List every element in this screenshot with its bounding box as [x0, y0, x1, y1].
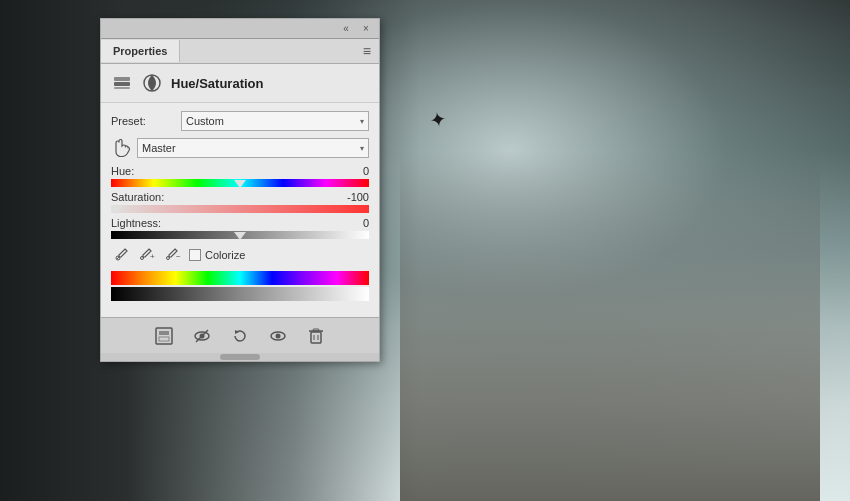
preset-select[interactable]: Custom ▾ — [181, 111, 369, 131]
svg-rect-12 — [159, 337, 169, 341]
preset-arrow: ▾ — [360, 117, 364, 126]
svg-rect-10 — [156, 328, 172, 344]
hue-track[interactable] — [111, 179, 369, 187]
title-bar: « × — [101, 19, 379, 39]
hue-thumb[interactable] — [233, 176, 247, 190]
svg-line-5 — [117, 257, 119, 259]
visibility-button[interactable] — [190, 324, 214, 348]
tab-properties[interactable]: Properties — [101, 40, 180, 62]
title-bar-controls: « × — [339, 22, 373, 36]
colorize-label: Colorize — [205, 249, 245, 261]
reset-button[interactable] — [228, 324, 252, 348]
svg-point-18 — [276, 333, 281, 338]
eyedropper-subtract-tool[interactable]: − — [163, 245, 183, 265]
preset-label: Preset: — [111, 115, 181, 127]
close-button[interactable]: × — [359, 22, 373, 36]
bottom-toolbar — [101, 317, 379, 353]
lightness-section: Lightness: 0 — [111, 217, 369, 239]
svg-point-8 — [167, 257, 170, 260]
svg-rect-2 — [114, 87, 130, 89]
tab-bar: Properties ≡ — [101, 39, 379, 64]
svg-text:+: + — [150, 252, 155, 261]
collapse-button[interactable]: « — [339, 22, 353, 36]
colorize-checkbox[interactable] — [189, 249, 201, 261]
master-row: Master ▾ — [111, 137, 369, 159]
eyedropper-add-tool[interactable]: + — [137, 245, 157, 265]
saturation-thumb[interactable] — [109, 202, 123, 216]
rainbow-bar — [111, 271, 369, 285]
preset-value: Custom — [186, 115, 224, 127]
tools-row: + − Colorize — [111, 245, 369, 265]
channel-arrow: ▾ — [360, 144, 364, 153]
lightness-label: Lightness: — [111, 217, 161, 229]
saturation-header: Saturation: -100 — [111, 191, 369, 203]
svg-rect-0 — [114, 77, 130, 81]
lightness-track[interactable] — [111, 231, 369, 239]
svg-text:−: − — [176, 252, 181, 261]
svg-rect-21 — [313, 329, 319, 331]
lightness-value: 0 — [339, 217, 369, 229]
header-row: Hue/Saturation — [101, 64, 379, 103]
lightness-thumb[interactable] — [233, 228, 247, 242]
saturation-value: -100 — [339, 191, 369, 203]
preset-row: Preset: Custom ▾ — [111, 111, 369, 131]
svg-rect-1 — [114, 82, 130, 86]
properties-panel: « × Properties ≡ Hue/Saturation Prese — [100, 18, 380, 362]
delete-button[interactable] — [304, 324, 328, 348]
hue-label: Hue: — [111, 165, 134, 177]
eyedropper-tool[interactable] — [111, 245, 131, 265]
panel-content: Preset: Custom ▾ Master ▾ Hue: 0 — [101, 103, 379, 317]
layers-icon — [111, 72, 133, 94]
colorize-row: Colorize — [189, 249, 245, 261]
channel-select[interactable]: Master ▾ — [137, 138, 369, 158]
hand-icon — [111, 137, 133, 159]
gray-bar — [111, 287, 369, 301]
layers-button[interactable] — [152, 324, 176, 348]
hue-section: Hue: 0 — [111, 165, 369, 187]
hue-value: 0 — [339, 165, 369, 177]
panel-title: Hue/Saturation — [171, 76, 263, 91]
svg-rect-19 — [311, 332, 321, 343]
view-button[interactable] — [266, 324, 290, 348]
tab-menu-button[interactable]: ≡ — [355, 39, 379, 63]
svg-point-6 — [141, 257, 144, 260]
scrollbar[interactable] — [101, 353, 379, 361]
channel-value: Master — [142, 142, 176, 154]
saturation-track[interactable] — [111, 205, 369, 213]
adjustment-icon — [141, 72, 163, 94]
scrollbar-thumb[interactable] — [220, 354, 260, 360]
svg-rect-11 — [159, 331, 169, 335]
saturation-section: Saturation: -100 — [111, 191, 369, 213]
steps-overlay — [400, 151, 820, 501]
